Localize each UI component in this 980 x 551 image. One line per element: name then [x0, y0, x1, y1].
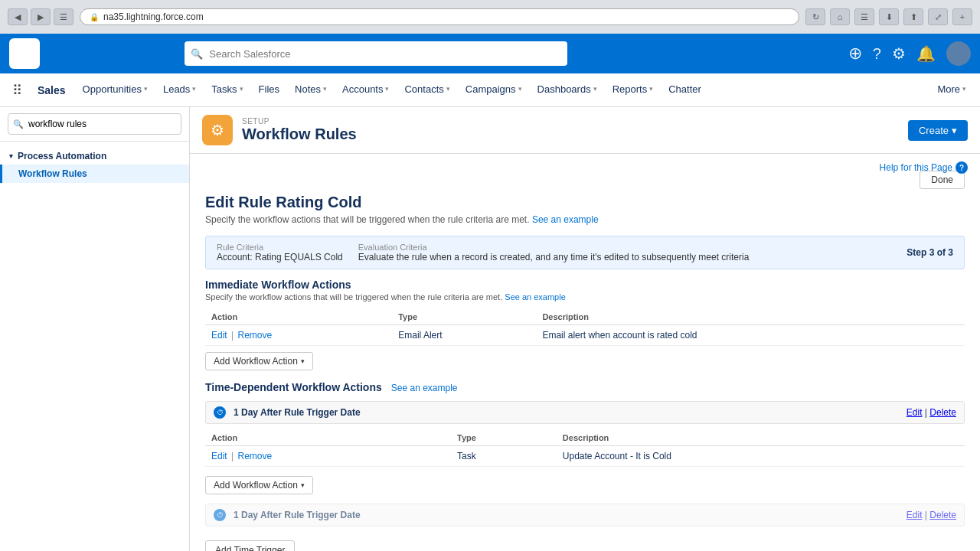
sidebar-search-wrapper: 🔍 — [8, 113, 181, 135]
time-trigger-delete-link[interactable]: Delete — [929, 407, 956, 418]
content-area: ⚙ SETUP Workflow Rules Create ▾ Done Hel… — [190, 107, 980, 551]
nav-item-reports[interactable]: Reports ▾ — [605, 73, 662, 107]
user-avatar[interactable] — [946, 41, 971, 66]
time-trigger-1-label: 1 Day After Rule Trigger Date — [234, 407, 899, 418]
time-trigger-1-row: Edit | Remove Task Update Account - It i… — [205, 446, 965, 467]
notification-icon[interactable]: 🔔 — [916, 44, 936, 63]
col-action: Action — [205, 309, 392, 325]
chevron-down-icon: ▾ — [446, 85, 450, 93]
sidebar-section-process-automation: ▾ Process Automation Workflow Rules — [0, 142, 189, 189]
nav-leads-label: Leads — [163, 83, 190, 95]
chevron-down-icon: ▾ — [385, 85, 389, 93]
nav-files-label: Files — [259, 83, 279, 95]
search-input[interactable] — [185, 41, 567, 66]
immediate-section-subtitle: Specify the workflow actions that will b… — [205, 292, 965, 302]
salesforce-header: sf 🔍 ⊕ ? ⚙ 🔔 — [0, 34, 980, 73]
time-trigger-description-cell: Update Account - It is Cold — [557, 446, 965, 467]
nav-opportunities-label: Opportunities — [83, 83, 142, 95]
add-workflow-action-button-time1[interactable]: Add Workflow Action ▾ — [205, 476, 313, 494]
immediate-actions-table: Action Type Description Edit | Remove — [205, 309, 965, 346]
chevron-down-icon: ▾ — [144, 85, 148, 93]
tab-button[interactable]: ☰ — [54, 8, 74, 25]
time-trigger-edit-link[interactable]: Edit — [906, 407, 923, 418]
evaluation-criteria-value: Evaluate the rule when a record is creat… — [358, 252, 750, 262]
step-label: Step 3 of 3 — [906, 247, 953, 258]
immediate-action-cell: Edit | Remove — [205, 325, 392, 346]
sidebar-search-icon: 🔍 — [13, 119, 24, 129]
back-button[interactable]: ◀ — [8, 8, 28, 25]
page-title: Workflow Rules — [242, 126, 899, 143]
search-icon: 🔍 — [191, 48, 203, 60]
settings-icon[interactable]: ⚙ — [892, 44, 906, 63]
page-icon-char: ⚙ — [211, 121, 224, 139]
nav-item-leads[interactable]: Leads ▾ — [155, 73, 204, 107]
time-trigger-edit-link[interactable]: Edit — [906, 510, 923, 520]
refresh-button[interactable]: ↻ — [805, 8, 825, 25]
chevron-down-icon: ▾ — [649, 85, 653, 93]
create-label: Create — [919, 125, 949, 136]
evaluation-criteria-label: Evaluation Criteria — [358, 243, 750, 252]
nav-item-opportunities[interactable]: Opportunities ▾ — [75, 73, 155, 107]
nav-item-notes[interactable]: Notes ▾ — [287, 73, 335, 107]
time-dependent-see-example-link[interactable]: See an example — [391, 383, 458, 393]
time-dependent-section: Time-Dependent Workflow Actions See an e… — [205, 381, 965, 551]
nav-tasks-label: Tasks — [211, 83, 237, 95]
nav-item-chatter[interactable]: Chatter — [661, 73, 709, 107]
nav-reports-label: Reports — [612, 83, 648, 95]
address-bar[interactable]: 🔒 na35.lightning.force.com — [80, 8, 799, 25]
nav-item-more[interactable]: More ▾ — [929, 73, 974, 107]
more-button[interactable]: + — [952, 8, 972, 25]
svg-text:sf: sf — [21, 49, 28, 58]
chevron-down-icon: ▾ — [301, 357, 305, 365]
app-launcher-icon[interactable]: ⠿ — [6, 82, 28, 99]
nav-item-contacts[interactable]: Contacts ▾ — [397, 73, 457, 107]
chevron-down-icon: ▾ — [952, 125, 957, 136]
nav-item-campaigns[interactable]: Campaigns ▾ — [458, 73, 530, 107]
immediate-section-title: Immediate Workflow Actions — [205, 279, 965, 291]
browser-nav-buttons: ◀ ▶ ☰ — [8, 8, 74, 25]
nav-dashboards-label: Dashboards — [537, 83, 591, 95]
col-type: Type — [392, 309, 536, 325]
history-button[interactable]: ☰ — [854, 8, 874, 25]
rule-criteria-value: Account: Rating EQUALS Cold — [217, 252, 343, 262]
nav-notes-label: Notes — [295, 83, 321, 95]
rule-criteria-label: Rule Criteria — [217, 243, 343, 252]
sidebar-item-label: Workflow Rules — [18, 168, 87, 179]
nav-item-dashboards[interactable]: Dashboards ▾ — [530, 73, 605, 107]
clock-icon: ⏱ — [214, 406, 226, 419]
add-workflow-label: Add Workflow Action — [214, 480, 298, 491]
time-trigger-delete-link[interactable]: Delete — [929, 510, 956, 520]
forward-button[interactable]: ▶ — [31, 8, 51, 25]
sidebar-item-workflow-rules[interactable]: Workflow Rules — [0, 165, 189, 183]
immediate-see-example-link[interactable]: See an example — [505, 292, 566, 302]
url-text: na35.lightning.force.com — [103, 11, 204, 22]
add-workflow-action-button[interactable]: Add Workflow Action ▾ — [205, 352, 313, 370]
edit-rule-title: Edit Rule Rating Cold — [205, 194, 965, 211]
remove-link[interactable]: Remove — [238, 330, 273, 341]
sidebar-search-input[interactable] — [8, 113, 181, 135]
help-link[interactable]: Help for this Page ? — [880, 161, 968, 174]
add-time-trigger-button[interactable]: Add Time Trigger — [205, 540, 295, 551]
home-button[interactable]: ⌂ — [830, 8, 850, 25]
salesforce-logo[interactable]: sf — [9, 38, 40, 69]
add-icon[interactable]: ⊕ — [848, 44, 862, 64]
download-button[interactable]: ⬇ — [879, 8, 899, 25]
chevron-down-icon: ▾ — [323, 85, 327, 93]
separator: | — [231, 451, 234, 461]
main-content[interactable]: Done Help for this Page ? Edit Rule Rati… — [190, 154, 980, 551]
add-time-trigger-label: Add Time Trigger — [215, 545, 285, 551]
time-trigger-action-cell: Edit | Remove — [205, 446, 451, 467]
edit-link[interactable]: Edit — [211, 330, 227, 341]
remove-link[interactable]: Remove — [238, 451, 273, 461]
help-icon[interactable]: ? — [873, 45, 881, 63]
nav-item-files[interactable]: Files — [251, 73, 287, 107]
expand-button[interactable]: ⤢ — [928, 8, 948, 25]
share-button[interactable]: ⬆ — [903, 8, 923, 25]
see-example-link[interactable]: See an example — [532, 214, 599, 225]
step-banner-left: Rule Criteria Account: Rating EQUALS Col… — [217, 243, 749, 262]
create-button[interactable]: Create ▾ — [908, 120, 968, 141]
sidebar-section-header[interactable]: ▾ Process Automation — [0, 148, 189, 165]
nav-item-accounts[interactable]: Accounts ▾ — [335, 73, 397, 107]
nav-item-tasks[interactable]: Tasks ▾ — [204, 73, 250, 107]
edit-link[interactable]: Edit — [211, 451, 227, 461]
